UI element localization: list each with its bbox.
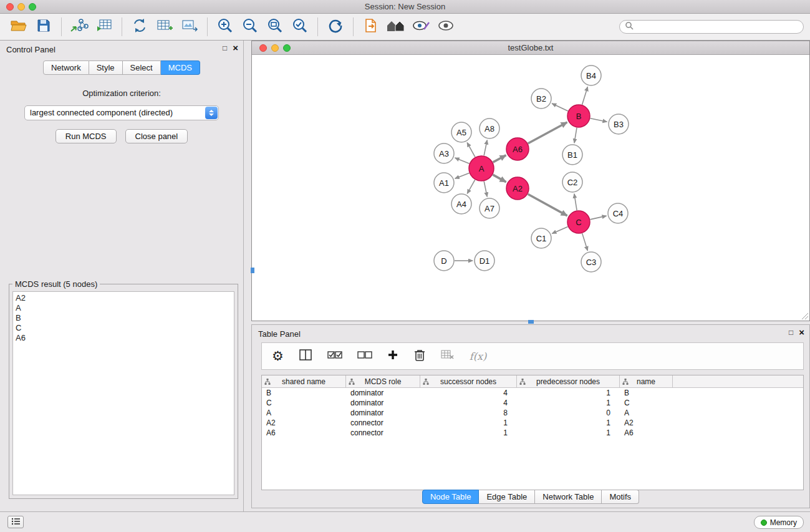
edge-A2-C[interactable] <box>528 194 567 216</box>
node-A1[interactable]: A1 <box>434 173 454 193</box>
run-mcds-button[interactable]: Run MCDS <box>55 129 117 143</box>
table-settings-button[interactable]: ⚙ <box>272 349 284 363</box>
node-A6[interactable]: A6 <box>506 138 529 160</box>
close-network-button[interactable] <box>259 44 267 52</box>
edge-A-A8[interactable] <box>484 140 487 156</box>
control-tab-style[interactable]: Style <box>89 60 123 75</box>
edge-A-A3[interactable] <box>455 158 470 163</box>
zoom-fit-content-button[interactable] <box>263 16 287 37</box>
splitter-handle-bottom[interactable] <box>528 320 534 324</box>
select-all-rows-button[interactable] <box>327 350 342 362</box>
search-input[interactable] <box>637 22 798 32</box>
close-window-button[interactable] <box>6 3 14 11</box>
table-tab-network-table[interactable]: Network Table <box>535 490 602 504</box>
node-B1[interactable]: B1 <box>562 145 582 165</box>
column-header-successor-nodes[interactable]: successor nodes <box>420 375 517 388</box>
edge-C-C3[interactable] <box>582 233 588 251</box>
refresh-view-button[interactable] <box>323 16 348 37</box>
close-panel-button[interactable]: Close panel <box>125 129 188 143</box>
node-C1[interactable]: C1 <box>531 228 551 248</box>
search-field[interactable] <box>619 20 804 34</box>
edge-B-B3[interactable] <box>591 118 607 122</box>
new-network-button[interactable] <box>127 16 152 37</box>
maximize-network-button[interactable] <box>283 44 291 52</box>
add-column-button[interactable] <box>387 349 398 363</box>
export-document-button[interactable] <box>359 16 383 37</box>
column-header-MCDS-role[interactable]: MCDS role <box>346 375 420 388</box>
edge-A-A4[interactable] <box>467 180 475 193</box>
show-hide-panel-button[interactable] <box>433 16 458 37</box>
node-A7[interactable]: A7 <box>480 198 499 218</box>
edge-B-B1[interactable] <box>574 128 577 143</box>
control-tab-mcds[interactable]: MCDS <box>161 60 200 75</box>
deselect-all-rows-button[interactable] <box>357 350 372 362</box>
maximize-window-button[interactable] <box>29 3 36 11</box>
node-B3[interactable]: B3 <box>609 114 629 134</box>
edge-C-C1[interactable] <box>552 227 567 234</box>
mcds-result-item[interactable]: A6 <box>13 333 234 343</box>
minimize-network-button[interactable] <box>271 44 279 52</box>
network-graph[interactable]: ABCA2A6A1A3A4A5A7A8B1B2B3B4C1C2C3C4DD1 <box>252 55 809 321</box>
column-header-shared-name[interactable]: shared name <box>262 375 346 388</box>
edge-A-A6[interactable] <box>493 155 506 162</box>
table-tab-edge-table[interactable]: Edge Table <box>479 490 535 504</box>
node-A5[interactable]: A5 <box>451 122 471 142</box>
mcds-result-list[interactable]: A2ABCA6 <box>12 291 234 495</box>
memory-button[interactable]: Memory <box>754 516 804 529</box>
node-B[interactable]: B <box>567 105 590 127</box>
node-C4[interactable]: C4 <box>608 203 628 223</box>
node-C2[interactable]: C2 <box>562 172 582 192</box>
export-image-button[interactable] <box>177 16 202 37</box>
delete-column-button[interactable] <box>413 348 426 364</box>
table-row[interactable]: Adominator80A <box>262 408 803 418</box>
delete-table-button[interactable] <box>441 349 455 363</box>
edge-C-C4[interactable] <box>591 216 607 220</box>
control-tab-network[interactable]: Network <box>43 60 89 75</box>
splitter-handle-left[interactable] <box>251 268 254 273</box>
node-B2[interactable]: B2 <box>531 89 551 109</box>
table-tab-motifs[interactable]: Motifs <box>602 490 639 504</box>
optimization-criterion-dropdown[interactable]: largest connected component (directed) <box>24 105 219 120</box>
zoom-in-button[interactable] <box>213 16 238 37</box>
show-columns-button[interactable] <box>299 349 312 364</box>
task-history-button[interactable] <box>7 516 24 528</box>
new-table-button[interactable] <box>152 16 177 37</box>
node-C3[interactable]: C3 <box>581 252 601 272</box>
table-row[interactable]: A6connector11A6 <box>262 428 803 438</box>
node-A4[interactable]: A4 <box>451 194 471 214</box>
control-tab-select[interactable]: Select <box>123 60 161 75</box>
edge-A-A5[interactable] <box>467 143 475 157</box>
network-window-titlebar[interactable]: testGlobe.txt <box>252 41 809 55</box>
zoom-out-button[interactable] <box>238 16 263 37</box>
node-A8[interactable]: A8 <box>480 118 499 138</box>
import-network-button[interactable] <box>67 16 92 37</box>
edge-B-B2[interactable] <box>552 104 568 111</box>
node-C[interactable]: C <box>567 211 590 233</box>
import-table-button[interactable] <box>92 16 117 37</box>
zoom-selected-button[interactable] <box>287 16 312 37</box>
edge-B-B4[interactable] <box>582 87 588 105</box>
mcds-result-item[interactable]: A <box>13 303 234 313</box>
style-preview-button[interactable] <box>408 16 433 37</box>
edge-A-A1[interactable] <box>455 173 470 179</box>
dropdown-stepper-icon[interactable] <box>205 107 218 119</box>
node-A[interactable]: A <box>469 156 494 181</box>
table-row[interactable]: Bdominator41B <box>262 388 803 398</box>
minimize-window-button[interactable] <box>17 3 25 11</box>
float-panel-icon[interactable]: □ <box>223 44 227 52</box>
node-D1[interactable]: D1 <box>475 251 494 271</box>
save-session-button[interactable] <box>31 16 56 37</box>
network-canvas[interactable]: ABCA2A6A1A3A4A5A7A8B1B2B3B4C1C2C3C4DD1 <box>252 55 809 321</box>
node-B4[interactable]: B4 <box>581 65 601 85</box>
column-header-predecessor-nodes[interactable]: predecessor nodes <box>517 375 620 388</box>
open-session-button[interactable] <box>6 16 31 37</box>
edge-C-C2[interactable] <box>574 194 577 210</box>
app-titlebar[interactable]: Session: New Session <box>0 0 810 14</box>
edge-A-A7[interactable] <box>484 181 487 197</box>
node-D[interactable]: D <box>434 251 454 271</box>
table-tab-node-table[interactable]: Node Table <box>422 490 480 504</box>
float-panel-icon[interactable]: □ <box>789 328 793 337</box>
session-home-button[interactable] <box>383 16 408 37</box>
node-A2[interactable]: A2 <box>506 177 529 200</box>
table-row[interactable]: Cdominator41C <box>262 398 803 408</box>
